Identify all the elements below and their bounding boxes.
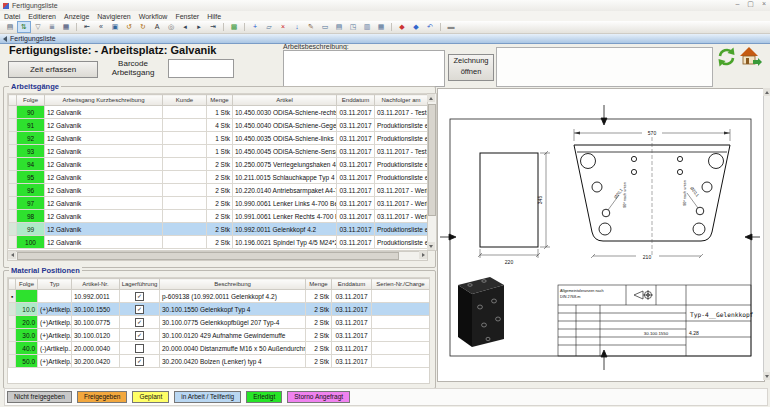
legend-in-arbeit-teilfertig[interactable]: in Arbeit / Teilfertig bbox=[174, 391, 241, 403]
last-record-icon[interactable]: ⇥ bbox=[206, 21, 220, 33]
hscroll-thumb[interactable] bbox=[17, 252, 399, 260]
first-record-icon[interactable]: ⇤ bbox=[80, 21, 94, 33]
lagerfuehrung-checkbox[interactable]: ✓ bbox=[135, 318, 144, 327]
filter-icon[interactable]: ▽ bbox=[31, 21, 45, 33]
close-icon[interactable]: × bbox=[762, 0, 766, 8]
export-icon[interactable]: ◳ bbox=[346, 21, 360, 33]
undo-icon[interactable]: ↺ bbox=[122, 21, 136, 33]
lagerfuehrung-checkbox[interactable]: ✓ bbox=[135, 357, 144, 366]
legend-nicht-freigegeben[interactable]: Nicht freigegeben bbox=[7, 391, 72, 403]
edit-icon[interactable]: ✎ bbox=[304, 21, 318, 33]
material-row[interactable]: 10.0(+)Artikelp...30.100.1550✓30.100.155… bbox=[9, 303, 430, 316]
scroll-up-icon[interactable] bbox=[427, 94, 435, 102]
col-enddatum[interactable]: Enddatum bbox=[332, 279, 372, 290]
menu-fenster[interactable]: Fenster bbox=[175, 13, 199, 20]
refresh-icon[interactable] bbox=[716, 47, 737, 67]
legend-erledigt[interactable]: Erledigt bbox=[246, 391, 282, 403]
home-exit-icon[interactable] bbox=[739, 46, 762, 67]
find-az-icon[interactable]: A bbox=[150, 21, 164, 33]
fast-back-icon[interactable]: « bbox=[94, 21, 108, 33]
zeichnung-oeffnen-button[interactable]: Zeichnung öffnen bbox=[448, 54, 494, 81]
image-icon[interactable]: ▩ bbox=[227, 21, 241, 33]
barcode-input[interactable] bbox=[168, 59, 234, 78]
arbeitsbeschreibung-textarea[interactable] bbox=[496, 47, 713, 87]
minimize-panel-icon[interactable]: ▬ bbox=[444, 21, 458, 33]
flag-red-icon[interactable]: ◆ bbox=[395, 21, 409, 33]
legend-freigegeben[interactable]: Freigegeben bbox=[77, 391, 128, 403]
col-enddatum[interactable]: Enddatum bbox=[337, 95, 375, 106]
col-folge[interactable]: Folge bbox=[16, 279, 38, 290]
material-row[interactable]: 50.0(+)Artikelp...30.200.0420✓30.200.042… bbox=[9, 355, 430, 368]
list-view-icon[interactable]: ≣ bbox=[45, 21, 59, 33]
form-icon[interactable]: ▭ bbox=[318, 21, 332, 33]
col-nachfolger[interactable]: Nachfolger am bbox=[375, 95, 428, 106]
prev-record-icon[interactable]: ◂ bbox=[178, 21, 192, 33]
lagerfuehrung-checkbox[interactable] bbox=[135, 344, 144, 353]
arbeitsgaenge-hscrollbar[interactable] bbox=[7, 251, 428, 261]
col-folge[interactable]: Folge bbox=[17, 95, 45, 106]
arbeitsgang-row[interactable]: 9712 Galvanik2 Stk10.990.0061 Lenker Lin… bbox=[9, 197, 428, 210]
find-icon[interactable]: ◎ bbox=[164, 21, 178, 33]
delete-icon[interactable]: × bbox=[276, 21, 290, 33]
col-menge[interactable]: Menge bbox=[207, 95, 233, 106]
revert-icon[interactable]: ↶ bbox=[423, 21, 437, 33]
col-artikel[interactable]: Artikel bbox=[233, 95, 337, 106]
material-row[interactable]: 40.0(-)Artikelp...20.000.004020.000.0040… bbox=[9, 342, 430, 355]
minimize-icon[interactable]: – bbox=[735, 0, 739, 8]
menu-anzeige[interactable]: Anzeige bbox=[64, 13, 89, 20]
copy-icon[interactable]: ▱ bbox=[262, 21, 276, 33]
col-kurzbeschreibung[interactable]: Arbeitsgang Kurzbeschreibung bbox=[45, 95, 163, 106]
material-row[interactable]: ▪10.992.0011✓p-609138 (10.992.0011 Gelen… bbox=[9, 290, 430, 303]
next-record-icon[interactable]: ▸ bbox=[192, 21, 206, 33]
arbeitsgang-row[interactable]: 10012 Galvanik2 Stk10.196.0021 Spindel T… bbox=[9, 236, 428, 249]
col-beschreibung[interactable]: Beschreibung bbox=[160, 279, 306, 290]
col-typ[interactable]: Typ bbox=[38, 279, 72, 290]
scroll-right-icon[interactable] bbox=[419, 251, 427, 259]
sheet-icon[interactable]: ▤ bbox=[332, 21, 346, 33]
grid-view-icon[interactable]: ▦ bbox=[59, 21, 73, 33]
arbeitsgang-row[interactable]: 9512 Galvanik2 Stk10.211.0015 Schlauchka… bbox=[9, 171, 428, 184]
legend-geplant[interactable]: Geplant bbox=[132, 391, 169, 403]
scroll-down-icon[interactable] bbox=[763, 372, 770, 380]
lagerfuehrung-checkbox[interactable]: ✓ bbox=[135, 292, 144, 301]
col-artikelnr[interactable]: Artikel-Nr. bbox=[72, 279, 120, 290]
sort-rows-icon[interactable]: ⇅ bbox=[17, 21, 31, 33]
scroll-left-icon[interactable] bbox=[8, 251, 16, 259]
arbeitsgang-row[interactable]: 9812 Galvanik2 Stk10.991.0061 Lenker Rec… bbox=[9, 210, 428, 223]
legend-storno-angefragt[interactable]: Storno Angefragt bbox=[287, 391, 350, 403]
arbeitsgang-row[interactable]: 9212 Galvanik1 Stk10.450.0035 ODiSA-Schi… bbox=[9, 132, 428, 145]
arbeitsgang-row[interactable]: 9012 Galvanik1 Stk10.450.0030 ODiSA-Schi… bbox=[9, 106, 428, 119]
save-icon[interactable]: ▣ bbox=[108, 21, 122, 33]
arbeitsgaenge-vscrollbar[interactable] bbox=[427, 93, 437, 251]
col-seriennr[interactable]: Serien-Nr./Charge bbox=[372, 279, 430, 290]
scroll-up-icon[interactable] bbox=[763, 88, 770, 96]
move-down-icon[interactable]: ↓ bbox=[290, 21, 304, 33]
arbeitsgang-row[interactable]: 9912 Galvanik2 Stk10.992.0011 Gelenkkopf… bbox=[9, 223, 428, 236]
arbeitsgang-row[interactable]: 9412 Galvanik2 Stk10.250.0075 Verriegelu… bbox=[9, 158, 428, 171]
arbeitsgang-row[interactable]: 9612 Galvanik2 Stk10.220.0140 Antriebsar… bbox=[9, 184, 428, 197]
tab-fertigungsliste[interactable]: Fertigungsliste bbox=[10, 35, 56, 42]
maximize-icon[interactable]: ▢ bbox=[747, 0, 754, 8]
zeit-erfassen-button[interactable]: Zeit erfassen bbox=[8, 61, 98, 78]
add-icon[interactable]: + bbox=[248, 21, 262, 33]
tab-back-icon[interactable] bbox=[3, 36, 7, 42]
menu-hilfe[interactable]: Hilfe bbox=[207, 13, 221, 20]
lagerfuehrung-checkbox[interactable]: ✓ bbox=[135, 305, 144, 314]
menu-editieren[interactable]: Editieren bbox=[28, 13, 56, 20]
menu-datei[interactable]: Datei bbox=[4, 13, 20, 20]
print-icon[interactable]: ▤ bbox=[3, 21, 17, 33]
arbeitsgang-row[interactable]: 9312 Galvanik1 Stk10.450.0045 ODiSA-Schi… bbox=[9, 145, 428, 158]
col-lagerfuehrung[interactable]: Lagerführung bbox=[120, 279, 160, 290]
flag-blue-icon[interactable]: ◆ bbox=[409, 21, 423, 33]
drawing-vscrollbar[interactable] bbox=[763, 88, 770, 380]
menu-navigieren[interactable]: Navigieren bbox=[97, 13, 130, 20]
report-icon[interactable]: ▥ bbox=[360, 21, 374, 33]
reload-icon[interactable]: ↻ bbox=[136, 21, 150, 33]
menu-workflow[interactable]: Workflow bbox=[139, 13, 168, 20]
arbeitsbeschreibung-box[interactable] bbox=[283, 50, 445, 87]
vscroll-thumb[interactable] bbox=[428, 104, 436, 216]
arbeitsgang-row[interactable]: 9112 Galvanik4 Stk10.450.0040 ODiSA-Schi… bbox=[9, 119, 428, 132]
col-menge[interactable]: Menge bbox=[306, 279, 332, 290]
lagerfuehrung-checkbox[interactable]: ✓ bbox=[135, 331, 144, 340]
col-kunde[interactable]: Kunde bbox=[163, 95, 207, 106]
